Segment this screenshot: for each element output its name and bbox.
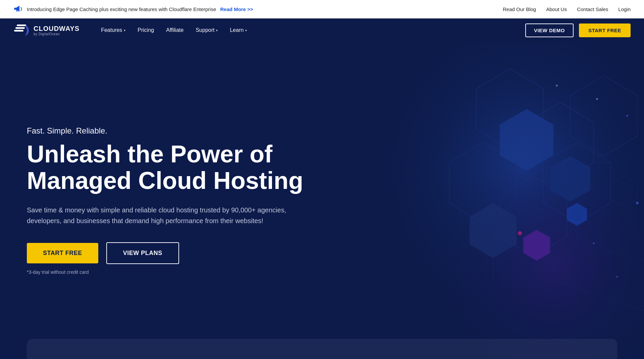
- nav-features[interactable]: Features ▾: [96, 24, 130, 36]
- svg-point-32: [593, 242, 595, 244]
- svg-point-34: [518, 231, 522, 235]
- hero-view-plans-button[interactable]: VIEW PLANS: [106, 242, 179, 264]
- hero-trial-note: *3-day trial without credit card: [27, 269, 303, 275]
- hero-section: Fast. Simple. Reliable. Unleash the Powe…: [0, 42, 644, 359]
- logo-tagline: by DigitalOcean: [34, 32, 79, 36]
- hero-start-free-button[interactable]: START FREE: [27, 243, 98, 263]
- navbar: CLOUDWAYS by DigitalOcean Features ▾ Pri…: [0, 18, 644, 42]
- nav-pricing[interactable]: Pricing: [133, 24, 159, 36]
- view-demo-button[interactable]: VIEW DEMO: [525, 23, 574, 37]
- announcement-right: Read Our Blog About Us Contact Sales Log…: [503, 6, 631, 12]
- announcement-text: Introducing Edge Page Caching plus excit…: [27, 6, 216, 12]
- logo-icon: [13, 22, 30, 39]
- svg-point-33: [616, 276, 618, 277]
- svg-rect-2: [17, 24, 26, 26]
- svg-point-30: [556, 85, 558, 87]
- learn-chevron-icon: ▾: [245, 29, 247, 32]
- svg-point-29: [596, 98, 598, 100]
- hero-description: Save time & money with simple and reliab…: [27, 205, 302, 226]
- svg-point-28: [626, 115, 628, 117]
- hero-title: Unleash the Power of Managed Cloud Hosti…: [27, 141, 303, 194]
- announcement-left: Introducing Edge Page Caching plus excit…: [13, 4, 253, 14]
- login-link[interactable]: Login: [618, 6, 631, 12]
- svg-rect-1: [14, 30, 23, 32]
- about-us-link[interactable]: About Us: [546, 6, 567, 12]
- support-chevron-icon: ▾: [216, 29, 218, 32]
- bottom-section-hint: [27, 339, 617, 359]
- features-chevron-icon: ▾: [124, 29, 125, 32]
- hero-buttons: START FREE VIEW PLANS: [27, 242, 303, 264]
- nav-affiliate[interactable]: Affiliate: [161, 24, 188, 36]
- logo-text: CLOUDWAYS by DigitalOcean: [34, 25, 79, 36]
- hero-background-graphic: [342, 42, 644, 359]
- read-more-link[interactable]: Read More >>: [220, 6, 253, 12]
- nav-support[interactable]: Support ▾: [191, 24, 222, 36]
- megaphone-icon: [13, 4, 23, 14]
- hero-subtitle: Fast. Simple. Reliable.: [27, 126, 303, 136]
- contact-sales-link[interactable]: Contact Sales: [577, 6, 608, 12]
- start-free-nav-button[interactable]: START FREE: [579, 23, 631, 37]
- announcement-bar: Introducing Edge Page Caching plus excit…: [0, 0, 644, 18]
- hero-content: Fast. Simple. Reliable. Unleash the Powe…: [27, 126, 303, 275]
- nav-links: Features ▾ Pricing Affiliate Support ▾ L…: [96, 24, 252, 36]
- logo-brand: CLOUDWAYS: [34, 25, 79, 32]
- nav-learn[interactable]: Learn ▾: [225, 24, 252, 36]
- navbar-left: CLOUDWAYS by DigitalOcean Features ▾ Pri…: [13, 22, 252, 39]
- logo[interactable]: CLOUDWAYS by DigitalOcean: [13, 22, 79, 39]
- read-our-blog-link[interactable]: Read Our Blog: [503, 6, 536, 12]
- svg-rect-4: [342, 42, 644, 359]
- navbar-right: VIEW DEMO START FREE: [525, 23, 631, 37]
- svg-point-31: [636, 202, 639, 204]
- svg-rect-0: [15, 27, 25, 29]
